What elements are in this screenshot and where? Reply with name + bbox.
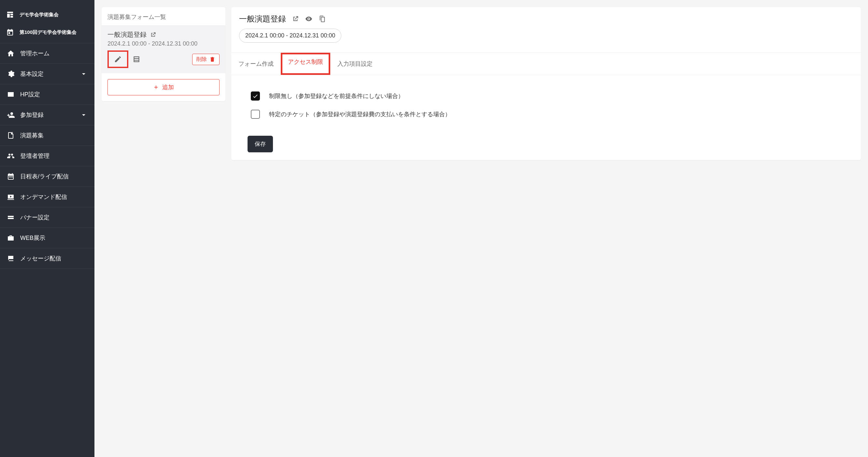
sidebar-item-label: オンデマンド配信 (20, 193, 67, 201)
form-list-heading: 演題募集フォーム一覧 (102, 7, 225, 25)
tab-form-builder[interactable]: フォーム作成 (231, 53, 281, 75)
sidebar-event[interactable]: 第100回デモ学会学術集会 (0, 24, 94, 41)
option-label: 特定のチケット（参加登録や演題登録費の支払いを条件とする場合） (269, 110, 451, 118)
sidebar-item-speaker-mgmt[interactable]: 登壇者管理 (0, 146, 94, 166)
calendar-event-icon (6, 28, 14, 36)
sidebar-item-home[interactable]: 管理ホーム (0, 43, 94, 64)
checkbox-checked[interactable] (251, 92, 260, 101)
access-control-body: 制限無し（参加登録などを前提条件にしない場合） 特定のチケット（参加登録や演題登… (231, 75, 861, 127)
copy-icon[interactable] (318, 15, 326, 23)
detail-title: 一般演題登録 (239, 14, 286, 24)
sidebar-item-label: 演題募集 (20, 131, 44, 139)
webpage-icon (6, 90, 15, 99)
delete-button[interactable]: 削除 (192, 54, 219, 65)
calendar-grid-icon (6, 172, 15, 181)
option-specific-ticket[interactable]: 特定のチケット（参加登録や演題登録費の支払いを条件とする場合） (251, 105, 841, 123)
sidebar-item-registration[interactable]: 参加登録 (0, 105, 94, 125)
chevron-down-icon (80, 70, 88, 78)
trash-icon (210, 56, 215, 62)
add-form-button[interactable]: 追加 (107, 79, 219, 95)
play-screen-icon (6, 193, 15, 201)
form-detail-panel: 一般演題登録 2024.2.1 00:00 - 2024.12.31 00:00… (231, 7, 861, 160)
sidebar-item-message[interactable]: メッセージ配信 (0, 248, 94, 269)
form-list-panel: 演題募集フォーム一覧 一般演題登録 2024.2.1 00:00 - 2024.… (102, 7, 225, 101)
save-button[interactable]: 保存 (248, 136, 273, 152)
sidebar-item-label: 基本設定 (20, 70, 44, 78)
option-label: 制限無し（参加登録などを前提条件にしない場合） (269, 92, 404, 100)
form-item-title: 一般演題登録 (107, 30, 147, 39)
add-label: 追加 (162, 83, 174, 91)
sidebar-item-web-exhibit[interactable]: WEB展示 (0, 228, 94, 248)
briefcase-icon (6, 234, 15, 242)
sidebar-item-label: 日程表/ライブ配信 (20, 172, 69, 180)
sidebar-event-label: 第100回デモ学会学術集会 (20, 29, 76, 35)
sidebar: デモ学会学術集会 第100回デモ学会学術集会 管理ホーム 基本設定 HP設定 参… (0, 0, 94, 457)
detail-tabs: フォーム作成 アクセス制限 入力項目設定 (231, 53, 861, 75)
form-item-date-range: 2024.2.1 00:00 - 2024.12.31 00:00 (107, 40, 219, 47)
sidebar-item-label: HP設定 (20, 91, 40, 98)
sidebar-item-label: バナー設定 (20, 214, 50, 221)
banner-icon (6, 213, 15, 222)
edit-button-highlighted[interactable] (107, 51, 128, 68)
detail-date-range: 2024.2.1 00:00 - 2024.12.31 00:00 (239, 29, 341, 43)
sidebar-item-label: WEB展示 (20, 234, 45, 242)
sidebar-item-ondemand[interactable]: オンデマンド配信 (0, 187, 94, 207)
home-icon (6, 49, 15, 58)
document-add-icon (6, 131, 15, 140)
main-content: 演題募集フォーム一覧 一般演題登録 2024.2.1 00:00 - 2024.… (94, 0, 868, 457)
form-list-item[interactable]: 一般演題登録 2024.2.1 00:00 - 2024.12.31 00:00 (102, 25, 225, 73)
sidebar-org[interactable]: デモ学会学術集会 (0, 6, 94, 24)
tab-access-control[interactable]: アクセス制限 (281, 53, 330, 75)
chat-icon (6, 254, 15, 263)
sidebar-item-hp-settings[interactable]: HP設定 (0, 84, 94, 105)
sidebar-item-schedule[interactable]: 日程表/ライブ配信 (0, 166, 94, 187)
form-fields-button[interactable] (132, 54, 142, 64)
gear-icon (6, 70, 15, 78)
tab-input-fields[interactable]: 入力項目設定 (330, 53, 380, 75)
preview-icon[interactable] (305, 15, 313, 23)
sidebar-item-label: 登壇者管理 (20, 152, 50, 160)
open-external-icon[interactable] (292, 15, 299, 23)
open-external-icon[interactable] (150, 32, 156, 38)
sidebar-item-label: 管理ホーム (20, 50, 50, 57)
sidebar-org-label: デモ学会学術集会 (20, 12, 59, 18)
checkbox-unchecked[interactable] (251, 110, 260, 119)
sidebar-item-label: メッセージ配信 (20, 255, 61, 262)
pencil-icon (114, 55, 122, 63)
option-no-restriction[interactable]: 制限無し（参加登録などを前提条件にしない場合） (251, 87, 841, 105)
sidebar-context: デモ学会学術集会 第100回デモ学会学術集会 (0, 0, 94, 43)
user-add-icon (6, 111, 15, 119)
delete-label: 削除 (196, 56, 207, 63)
org-icon (6, 10, 14, 19)
plus-icon (153, 84, 159, 90)
sidebar-item-abstract[interactable]: 演題募集 (0, 125, 94, 146)
sidebar-item-banner[interactable]: バナー設定 (0, 207, 94, 228)
sidebar-item-label: 参加登録 (20, 111, 44, 119)
sidebar-item-basic-settings[interactable]: 基本設定 (0, 64, 94, 84)
chevron-down-icon (80, 111, 88, 119)
people-icon (6, 152, 15, 160)
